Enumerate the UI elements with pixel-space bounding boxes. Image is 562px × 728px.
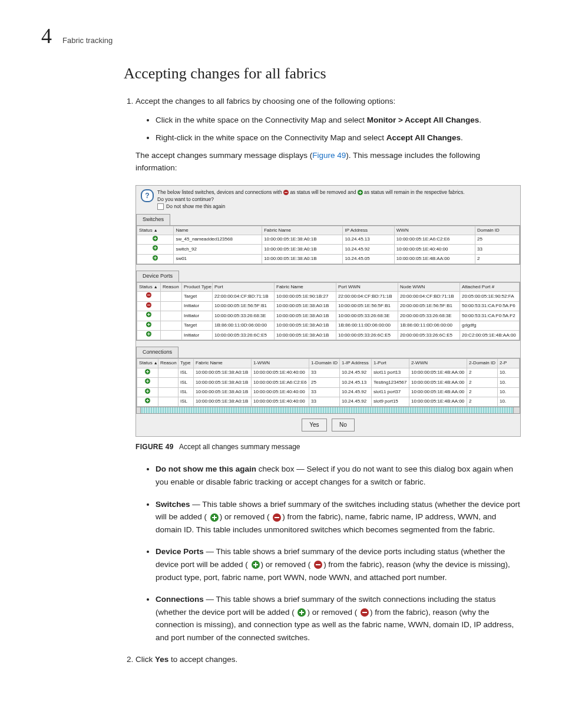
accept-changes-dialog: ? The below listed switches, devices and…	[135, 185, 521, 437]
desc-switches: Switches — This table shows a brief summ…	[156, 498, 521, 536]
desc-checkbox: Do not show me this again check box — Se…	[156, 463, 521, 488]
remove-icon	[273, 513, 281, 522]
table-row: Target22:00:00:04:CF:BD:71:1B10:00:00:05…	[137, 292, 520, 301]
sort-icon[interactable]: ▲	[154, 361, 158, 365]
figure-link[interactable]: Figure 49	[312, 151, 346, 160]
minus-status-icon	[146, 292, 151, 298]
table-row: sw0110:00:00:05:1E:38:A0:1B10.24.45.0510…	[137, 254, 520, 263]
sort-icon[interactable]: ▲	[154, 228, 158, 232]
table-row: Initiator10:00:00:05:33:26:68:3E10:00:00…	[137, 311, 520, 321]
dialog-message: The below listed switches, devices and c…	[157, 189, 465, 210]
tab-connections[interactable]: Connections	[136, 347, 178, 358]
page-header: 4 Fabric tracking	[41, 24, 521, 48]
table-header: Status▲ Reason Product Type Port Fabric …	[137, 283, 520, 292]
table-row: Initiator10:00:00:05:33:26:6C:E510:00:00…	[137, 331, 520, 340]
table-row: Initiator10:00:00:05:1E:56:5F:B110:00:00…	[137, 301, 520, 311]
table-row: ISL10:00:00:05:1E:38:A0:1B10:00:00:05:1E…	[137, 387, 520, 397]
summary-paragraph: The accept changes summary message displ…	[135, 150, 521, 174]
horizontal-scrollbar[interactable]	[136, 407, 520, 414]
plus-status-icon	[146, 312, 151, 317]
plus-status-icon	[145, 388, 150, 394]
plus-status-icon	[145, 369, 150, 374]
table-header: Status▲ Name Fabric Name IP Address WWN …	[137, 226, 520, 235]
chapter-number: 4	[41, 24, 52, 48]
table-row: ISL10:00:00:05:1E:38:A0:1B10:00:00:05:1E…	[137, 378, 520, 387]
step1-option-2: Right-click in the white space on the Co…	[156, 131, 521, 144]
add-icon	[297, 608, 306, 617]
minus-status-icon	[146, 302, 151, 308]
plus-status-icon	[145, 398, 150, 403]
tab-device-ports[interactable]: Device Ports	[136, 271, 179, 282]
plus-status-icon	[146, 322, 151, 327]
step1-option-1: Click in the white space on the Connecti…	[156, 114, 521, 127]
add-icon	[252, 561, 260, 569]
table-row: ISL10:00:00:05:1E:38:A0:1B10:00:00:05:1E…	[137, 368, 520, 377]
ports-table: Status▲ Reason Product Type Port Fabric …	[136, 282, 520, 341]
sort-icon[interactable]: ▲	[154, 285, 158, 289]
table-row: ISL10:00:00:05:1E:38:A0:1B10:00:00:05:1E…	[137, 397, 520, 406]
step-2: Click Yes to accept changes.	[135, 654, 521, 666]
plus-status-icon	[145, 378, 150, 384]
plus-status-icon	[153, 245, 158, 251]
remove-icon	[361, 608, 369, 617]
desc-connections: Connections — This table shows a brief s…	[156, 593, 521, 644]
table-row: sw_45_nameadded12356810:00:00:05:1E:38:A…	[137, 235, 520, 244]
connections-table: Status▲ Reason Type Fabric Name 1-WWN 1-…	[136, 358, 520, 407]
no-button[interactable]: No	[332, 419, 355, 431]
tab-switches[interactable]: Switches	[136, 214, 170, 225]
figure-caption: FIGURE 49 Accept all changes summary mes…	[135, 442, 521, 453]
table-header: Status▲ Reason Type Fabric Name 1-WWN 1-…	[137, 359, 520, 368]
desc-ports: Device Ports — This table shows a brief …	[156, 545, 521, 584]
plus-status-icon	[153, 236, 158, 241]
yes-button[interactable]: Yes	[302, 419, 326, 431]
question-icon: ?	[141, 189, 154, 202]
switches-table: Status▲ Name Fabric Name IP Address WWN …	[136, 226, 520, 265]
table-row: Target1B:86:00:11:0D:06:00:0010:00:00:05…	[137, 321, 520, 330]
page-title: Accepting changes for all fabrics	[124, 65, 521, 83]
plus-status-icon	[146, 331, 151, 337]
remove-icon	[314, 561, 322, 569]
step-1: Accept the changes to all fabrics by cho…	[135, 95, 521, 644]
remain-status-icon	[358, 190, 363, 195]
table-row: switch_9210:00:00:05:1E:38:A0:1B10.24.45…	[137, 245, 520, 254]
plus-status-icon	[153, 255, 158, 261]
remove-status-icon	[283, 190, 289, 195]
breadcrumb: Fabric tracking	[62, 36, 113, 45]
add-icon	[210, 513, 219, 522]
dont-show-checkbox[interactable]	[157, 203, 164, 210]
